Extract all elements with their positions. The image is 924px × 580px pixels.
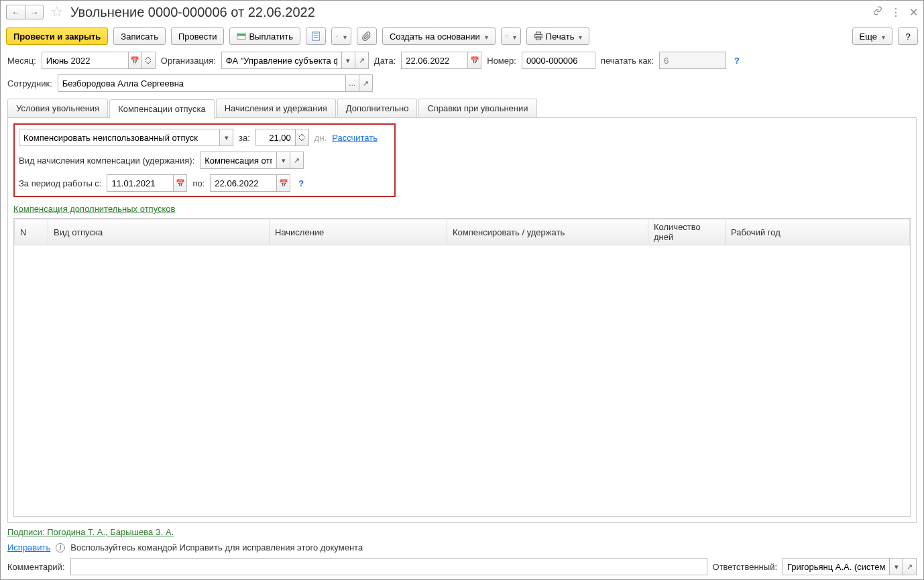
date-input[interactable] [401,52,468,69]
tabs: Условия увольнения Компенсации отпуска Н… [1,99,923,117]
period-to-input[interactable] [210,174,277,192]
comp-action-dropdown-icon[interactable]: ▾ [220,129,233,146]
days-spinner-icon[interactable] [296,129,309,146]
number-input[interactable] [522,52,595,69]
month-label: Месяц: [7,56,36,66]
period-to-calendar-icon[interactable]: 📅 [277,174,290,192]
number-label: Номер: [487,56,516,66]
titlebar: ← → ☆ Увольнение 0000-000006 от 22.06.20… [1,1,923,23]
create-based-label: Создать на основании [390,32,480,42]
header-row-2: Сотрудник: … ↗ [1,72,923,95]
date-calendar-icon[interactable]: 📅 [468,52,481,69]
post-button[interactable]: Провести [171,27,225,45]
print-as-input [659,52,726,69]
period-to-label: по: [192,178,205,188]
for-label: за: [239,133,250,143]
create-based-button[interactable]: Создать на основании [382,27,496,45]
col-n[interactable]: N [15,219,48,245]
kebab-menu-icon[interactable]: ⋮ [890,6,901,19]
comp-type-input[interactable] [200,152,277,169]
fix-link[interactable]: Исправить [7,542,50,553]
col-comp[interactable]: Компенсировать / удержать [447,219,648,245]
svg-rect-6 [536,32,540,35]
employee-select-icon[interactable]: … [346,74,359,92]
comp-action-input[interactable] [19,129,220,146]
org-input[interactable] [221,52,342,69]
comp-type-open-icon[interactable]: ↗ [290,152,304,169]
responsible-label: Ответственный: [713,562,777,572]
close-icon[interactable]: ✕ [909,6,918,19]
save-button[interactable]: Записать [113,27,166,45]
period-help-icon[interactable]: ? [298,178,304,188]
favorite-star-icon[interactable]: ☆ [50,3,64,21]
date-label: Дата: [374,56,396,66]
calculate-link[interactable]: Рассчитать [332,133,378,143]
days-input[interactable] [255,129,296,146]
responsible-dropdown-icon[interactable]: ▾ [890,558,903,575]
window-title: Увольнение 0000-000006 от 22.06.2022 [70,5,869,20]
col-days[interactable]: Количество дней [648,219,726,245]
vacations-table: N Вид отпуска Начисление Компенсировать … [14,219,910,245]
bottom-row: Комментарий: Ответственный: ▾ ↗ [7,558,917,575]
month-input[interactable] [42,52,129,69]
comment-label: Комментарий: [7,562,65,572]
vacations-table-wrap: N Вид отпуска Начисление Компенсировать … [13,218,911,517]
print-as-help-icon[interactable]: ? [734,56,740,66]
tab-certificates[interactable]: Справки при увольнении [418,99,536,117]
responsible-input[interactable] [783,558,890,575]
edit-button[interactable] [331,27,351,45]
fix-row: Исправить i Воспользуйтесь командой Испр… [7,542,917,553]
employee-input[interactable] [58,74,346,92]
svg-rect-5 [506,36,508,38]
additional-vacations-title[interactable]: Компенсация дополнительных отпусков [13,204,911,214]
back-button[interactable]: ← [6,5,25,19]
period-from-input[interactable] [107,174,174,192]
tab-accruals[interactable]: Начисления и удержания [216,99,336,117]
link-icon[interactable] [873,6,882,18]
comp-type-label: Вид начисления компенсации (удержания): [19,156,194,166]
col-year[interactable]: Рабочий год [726,219,910,245]
month-spinner-icon[interactable] [142,52,156,69]
pay-button-label: Выплатить [249,32,293,42]
signatures-link[interactable]: Подписи: Погодина Т. А., Барышева З. А. [7,527,917,537]
help-button[interactable]: ? [898,27,918,45]
org-open-icon[interactable]: ↗ [355,52,369,69]
header-row-1: Месяц: 📅 Организация: ▾ ↗ Дата: 📅 Номер:… [1,49,923,72]
col-accrual[interactable]: Начисление [270,219,447,245]
info-icon: i [56,543,65,553]
compensation-panel: ▾ за: дн. Рассчитать Вид начисления комп… [13,123,396,197]
fix-hint: Воспользуйтесь командой Исправить для ис… [70,542,363,553]
forward-button[interactable]: → [25,5,44,19]
comment-input[interactable] [70,558,707,575]
employee-open-icon[interactable]: ↗ [359,74,373,92]
report-button[interactable] [306,27,326,45]
print-label: Печать [546,32,575,42]
responsible-open-icon[interactable]: ↗ [903,558,917,575]
print-as-label: печатать как: [601,56,654,66]
employee-label: Сотрудник: [7,78,52,89]
attach-button[interactable] [357,27,377,45]
nav-group: ← → [6,5,44,19]
post-and-close-button[interactable]: Провести и закрыть [6,27,108,45]
tab-vacation-comp[interactable]: Компенсации отпуска [109,99,215,118]
pay-button[interactable]: Выплатить [229,27,300,45]
print-button[interactable]: Печать [526,27,590,45]
tab-content: ▾ за: дн. Рассчитать Вид начисления комп… [7,117,917,523]
svg-rect-1 [312,32,320,40]
tab-conditions[interactable]: Условия увольнения [7,99,108,117]
comp-type-dropdown-icon[interactable]: ▾ [277,152,290,169]
org-dropdown-icon[interactable]: ▾ [342,52,355,69]
main-toolbar: Провести и закрыть Записать Провести Вып… [1,23,923,49]
footer: Подписи: Погодина Т. А., Барышева З. А. … [1,523,923,579]
days-unit: дн. [314,133,327,143]
org-label: Организация: [161,56,216,66]
more-button[interactable]: Еще [852,27,892,45]
titlebar-right: ⋮ ✕ [873,6,918,19]
month-calendar-icon[interactable]: 📅 [129,52,142,69]
period-label: За период работы с: [19,178,101,188]
period-from-calendar-icon[interactable]: 📅 [174,174,187,192]
transfer-button[interactable] [501,27,521,45]
tab-additional[interactable]: Дополнительно [337,99,418,117]
more-label: Еще [860,32,877,42]
col-type[interactable]: Вид отпуска [48,219,270,245]
